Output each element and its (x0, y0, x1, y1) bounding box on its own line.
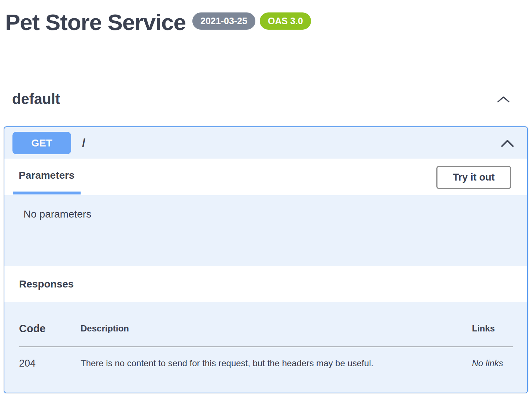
tab-parameters[interactable]: Parameters (13, 159, 81, 194)
operation-path: / (82, 136, 85, 150)
tab-parameters-label: Parameters (19, 170, 75, 181)
table-row-204: 204 There is no content to send for this… (19, 347, 513, 369)
column-header-code: Code (19, 323, 81, 347)
api-info: Pet Store Service 2021-03-25 OAS 3.0 (0, 0, 532, 81)
responses-table-header-row: Code Description Links (19, 323, 513, 347)
response-links: No links (472, 347, 513, 369)
try-it-out-button[interactable]: Try it out (436, 166, 511, 189)
response-description: There is no content to send for this req… (81, 347, 472, 369)
tag-title: default (12, 91, 60, 107)
response-code: 204 (19, 347, 81, 369)
responses-title: Responses (19, 278, 74, 290)
column-header-links: Links (472, 323, 513, 347)
responses-body: Code Description Links 204 There is no c… (4, 302, 527, 393)
swagger-page: Pet Store Service 2021-03-25 OAS 3.0 def… (0, 0, 532, 397)
page-title: Pet Store Service (5, 9, 186, 36)
column-header-description: Description (81, 323, 472, 347)
no-parameters-text: No parameters (23, 208, 508, 220)
parameters-body: No parameters (4, 195, 527, 266)
chevron-up-icon (497, 96, 510, 103)
oas-badge: OAS 3.0 (260, 12, 311, 30)
method-get-button[interactable]: GET (12, 132, 71, 154)
parameters-section-header: Parameters Try it out (4, 159, 527, 195)
version-badge: 2021-03-25 (192, 12, 255, 30)
responses-section-header: Responses (4, 266, 527, 302)
opblock-summary[interactable]: GET / (4, 127, 527, 159)
tag-section-header-default[interactable]: default (3, 81, 529, 123)
responses-table: Code Description Links 204 There is no c… (19, 323, 513, 369)
chevron-up-icon (501, 139, 514, 147)
opblock-get-root: GET / Parameters Try it out No parameter… (4, 126, 528, 393)
